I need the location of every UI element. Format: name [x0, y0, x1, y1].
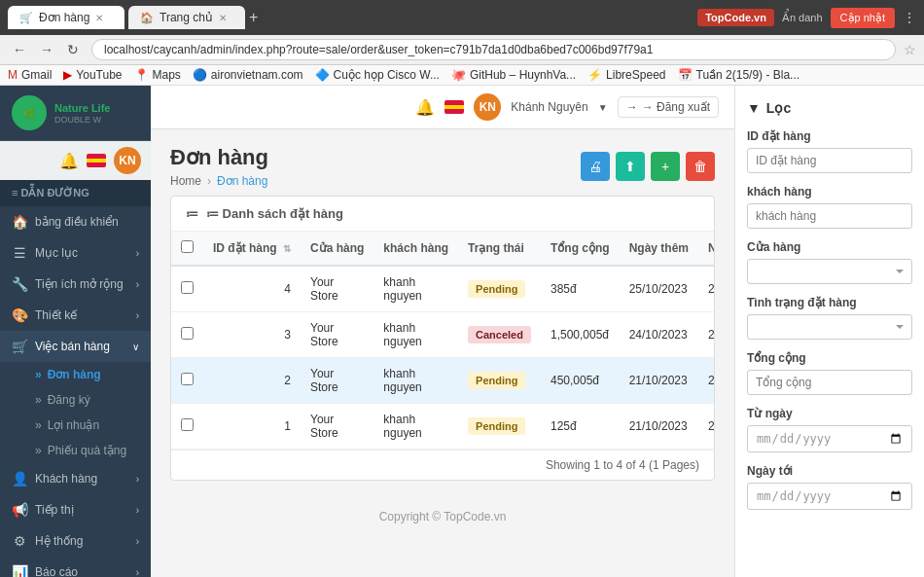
- tab-close-2[interactable]: ✕: [219, 13, 227, 23]
- bookmark-github[interactable]: 🐙 GitHub – HuynhVa...: [451, 68, 576, 82]
- tab-close[interactable]: ✕: [95, 13, 103, 23]
- chevron-down-icon: ∨: [132, 342, 139, 352]
- back-button[interactable]: ←: [8, 40, 31, 59]
- orders-table: ID đặt hàng ⇅ Cửa hàng khách hàng Trạng …: [171, 232, 714, 450]
- print-button[interactable]: 🖨: [581, 152, 610, 181]
- forward-button[interactable]: →: [35, 40, 58, 59]
- bell-icon[interactable]: 🔔: [59, 152, 79, 170]
- bookmark-airon[interactable]: 🔵 aironvietnam.com: [193, 68, 303, 82]
- filter-input-from-date[interactable]: [747, 425, 912, 452]
- filter-input-to-date[interactable]: [747, 483, 912, 510]
- logout-button[interactable]: → → Đăng xuất: [618, 96, 719, 118]
- row-checkbox[interactable]: [181, 373, 194, 385]
- filter-customer: khách hàng: [747, 185, 912, 229]
- row-checkbox[interactable]: [181, 281, 194, 294]
- cap-nhat-button[interactable]: Cập nhật: [831, 8, 895, 28]
- tab-bar: 🛒 Đơn hàng ✕ 🏠 Trang chủ ✕ +: [8, 6, 258, 29]
- add-button[interactable]: +: [651, 152, 680, 181]
- tab-don-hang[interactable]: 🛒 Đơn hàng ✕: [8, 6, 124, 29]
- col-dateadd[interactable]: Ngày thêm: [620, 232, 698, 266]
- bookmark-icon[interactable]: ☆: [904, 42, 916, 57]
- filter-select-store[interactable]: Your Store: [747, 259, 912, 284]
- sidebar-item-hethong[interactable]: ⚙ Hệ thống ›: [0, 525, 151, 557]
- bell-icon-header[interactable]: 🔔: [415, 98, 435, 117]
- sidebar-sub-item-dangky[interactable]: Đăng ký: [0, 387, 151, 413]
- row-checkbox[interactable]: [181, 327, 194, 340]
- sidebar-label-dashboard: bảng điều khiển: [35, 215, 119, 229]
- bookmark-tuan[interactable]: 📅 Tuần 2(15/9) - Bla...: [678, 68, 800, 82]
- sub-label-dangky: Đăng ký: [48, 393, 90, 407]
- app-header-bar: 🔔 KN: [0, 141, 151, 180]
- header-right: 🔔 KN Khánh Nguyên ▼ → → Đăng xuất: [415, 93, 719, 121]
- sidebar-item-viechanbang[interactable]: 🛒 Việc bán hàng ∨: [0, 331, 151, 362]
- bookmark-maps[interactable]: 📍 Maps: [134, 68, 181, 82]
- sidebar-item-thietke[interactable]: 🎨 Thiết kế ›: [0, 300, 151, 331]
- bookmark-cisco[interactable]: 🔷 Cuộc họp Cisco W...: [315, 68, 440, 82]
- topcode-badge: TopCode.vn: [697, 9, 774, 26]
- sidebar-sub-item-donhang[interactable]: Đơn hàng: [0, 362, 151, 387]
- chevron-down-user[interactable]: ▼: [598, 102, 608, 113]
- row-checkbox[interactable]: [181, 418, 194, 431]
- breadcrumb-separator: ›: [207, 174, 211, 188]
- menu-icon: ☰: [12, 245, 27, 261]
- cell-id: 3: [203, 312, 301, 358]
- cell-customer: khanh nguyen: [373, 312, 458, 358]
- address-input[interactable]: [91, 39, 896, 60]
- cell-customer: khanh nguyen: [373, 404, 458, 450]
- chevron-right-icon-4: ›: [136, 474, 139, 485]
- sidebar-sub-item-phieuqua[interactable]: Phiếu quà tặng: [0, 438, 151, 463]
- tab-trang-chu[interactable]: 🏠 Trang chủ ✕: [128, 6, 245, 29]
- page-title-section: Đơn hàng Home › Đơn hàng: [170, 145, 268, 188]
- filter-input-total[interactable]: [747, 370, 912, 395]
- cell-dateadd: 21/10/2023: [620, 404, 698, 450]
- sidebar: 🌿 Nature Life DOUBLE W 🔔 KN ≡ DẪN ĐƯỜNG …: [0, 86, 151, 577]
- cell-status: Pending: [458, 358, 541, 404]
- refresh-button[interactable]: ↻: [62, 40, 84, 59]
- col-datemod[interactable]: Ngày sửa đổi: [698, 232, 714, 266]
- sidebar-item-tienich[interactable]: 🔧 Tiện ích mở rộng ›: [0, 269, 151, 300]
- col-status[interactable]: Trạng thái: [458, 232, 541, 266]
- delete-button[interactable]: 🗑: [686, 152, 715, 181]
- sidebar-label-tienich: Tiện ích mở rộng: [35, 277, 124, 291]
- col-customer[interactable]: khách hàng: [373, 232, 458, 266]
- bookmarks-bar: M Gmail ▶ YouTube 📍 Maps 🔵 aironvietnam.…: [0, 65, 924, 86]
- select-all-checkbox[interactable]: [181, 240, 194, 253]
- breadcrumb-home[interactable]: Home: [170, 174, 201, 188]
- bookmark-gmail[interactable]: M Gmail: [8, 68, 52, 82]
- chevron-right-icon-5: ›: [136, 505, 139, 516]
- table-row: 4 Your Store khanh nguyen Pending 385đ 2…: [171, 266, 714, 312]
- sidebar-item-dashboard[interactable]: 🏠 bảng điều khiển: [0, 206, 151, 237]
- sidebar-item-mucluc[interactable]: ☰ Mục lục ›: [0, 237, 151, 269]
- filter-input-customer[interactable]: [747, 203, 912, 229]
- bookmark-librespeed[interactable]: ⚡ LibreSpeed: [587, 68, 665, 82]
- filter-select-tinhtrang[interactable]: Pending Canceled: [747, 314, 912, 340]
- filter-from-date: Từ ngày: [747, 407, 912, 452]
- sidebar-item-tiephi[interactable]: 📢 Tiếp thị ›: [0, 494, 151, 525]
- new-tab-button[interactable]: +: [249, 9, 258, 26]
- bookmark-youtube[interactable]: ▶ YouTube: [63, 68, 122, 82]
- avatar-header: KN: [474, 93, 501, 121]
- filter-label-id: ID đặt hàng: [747, 129, 912, 143]
- page-header: Đơn hàng Home › Đơn hàng 🖨 ⬆ + 🗑: [151, 129, 734, 196]
- sub-label-loinhuan: Lợi nhuận: [48, 418, 99, 432]
- flag-icon-header[interactable]: [444, 100, 464, 114]
- filter-to-date: Ngày tới: [747, 464, 912, 510]
- col-total[interactable]: Tổng cộng: [541, 232, 620, 266]
- menu-dots[interactable]: ⋮: [903, 10, 916, 25]
- filter-input-id[interactable]: [747, 148, 912, 173]
- col-id[interactable]: ID đặt hàng ⇅: [203, 232, 301, 266]
- cisco-icon: 🔷: [315, 68, 330, 82]
- language-flag[interactable]: [87, 154, 106, 167]
- cell-datemod: 21/10/2023: [698, 358, 714, 404]
- cell-store: Your Store: [301, 358, 373, 404]
- cell-total: 385đ: [541, 266, 620, 312]
- export-button[interactable]: ⬆: [616, 152, 645, 181]
- filter-label-customer: khách hàng: [747, 185, 912, 198]
- col-store[interactable]: Cửa hàng: [301, 232, 373, 266]
- logout-icon: →: [626, 100, 638, 114]
- sidebar-item-baocao[interactable]: 📊 Báo cáo ›: [0, 557, 151, 577]
- sidebar-item-khachhang[interactable]: 👤 Khách hàng ›: [0, 463, 151, 494]
- breadcrumb: Home › Đơn hàng: [170, 174, 268, 188]
- sidebar-sub-item-loinhuan[interactable]: Lợi nhuận: [0, 413, 151, 438]
- col-checkbox: [171, 232, 203, 266]
